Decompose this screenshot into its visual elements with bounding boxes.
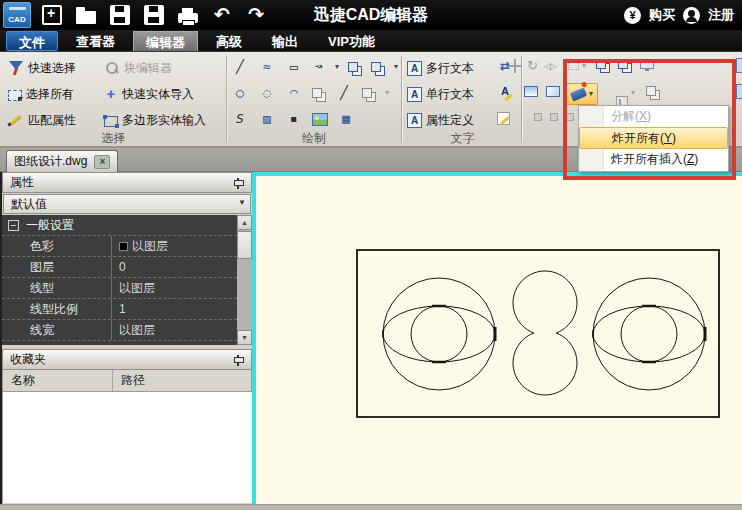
quick-entity-import-button[interactable]: + 快速实体导入 bbox=[104, 83, 194, 105]
favorites-columns: 名称 路径 bbox=[2, 370, 252, 392]
insert-block-icon[interactable] bbox=[348, 62, 358, 72]
buy-button[interactable]: 购买 bbox=[649, 6, 675, 24]
image-icon[interactable] bbox=[312, 113, 328, 126]
menubar: 文件 查看器 编辑器 高级 输出 VIP功能 bbox=[0, 30, 742, 52]
scroll-up-icon[interactable]: ▲ bbox=[237, 215, 252, 230]
side-panel: 属性 默认值 ▼ −一般设置 色彩 以图层 图层 0 线型 以图层 bbox=[0, 172, 252, 510]
preset-combo[interactable]: 默认值 ▼ bbox=[3, 194, 251, 214]
drawing-canvas[interactable] bbox=[252, 172, 742, 504]
wipeout-icon[interactable] bbox=[524, 86, 538, 97]
peanut-shape bbox=[513, 271, 577, 395]
properties-header: 属性 bbox=[2, 172, 252, 193]
property-row-layer[interactable]: 图层 0 bbox=[2, 257, 237, 278]
multiline-text-button[interactable]: A 多行文本 bbox=[407, 57, 474, 79]
pin-icon[interactable] bbox=[233, 178, 243, 190]
polyline-icon[interactable]: ↝ bbox=[312, 58, 326, 76]
menu-file[interactable]: 文件 bbox=[6, 31, 58, 51]
region-caret-icon[interactable]: ▾ bbox=[394, 62, 398, 72]
menu-item-explode-all-inserts[interactable]: 炸开所有插入(Z) bbox=[579, 149, 728, 170]
favorites-list[interactable] bbox=[2, 392, 252, 503]
menu-viewer[interactable]: 查看器 bbox=[64, 31, 127, 51]
paste-icon[interactable] bbox=[618, 59, 628, 69]
revision-cloud-icon[interactable] bbox=[546, 86, 560, 97]
polyline-caret-icon[interactable]: ▾ bbox=[335, 62, 339, 72]
polygon-entity-input-button[interactable]: 多边形实体输入 bbox=[104, 109, 206, 131]
menu-advanced[interactable]: 高级 bbox=[204, 31, 254, 51]
explode-dropdown-menu: 分解(X) 炸开所有(Y) 炸开所有插入(Z) bbox=[578, 105, 729, 172]
singleline-text-button[interactable]: A 单行文本 bbox=[407, 83, 474, 105]
match-properties-icon bbox=[8, 112, 24, 128]
match-properties-button[interactable]: 匹配属性 bbox=[8, 109, 76, 131]
point-icon[interactable]: ▪ bbox=[285, 110, 303, 128]
save-pdf-icon[interactable]: PDF bbox=[144, 5, 164, 25]
spline-icon[interactable]: S bbox=[231, 110, 249, 128]
property-row-linetype-scale[interactable]: 线型比例 1 bbox=[2, 299, 237, 320]
menu-vip[interactable]: VIP功能 bbox=[316, 31, 387, 51]
select-all-icon bbox=[8, 90, 22, 101]
save-icon[interactable] bbox=[110, 5, 130, 25]
favorites-header: 收藏夹 bbox=[2, 349, 252, 370]
table-icon[interactable]: ▦ bbox=[337, 110, 355, 128]
array-caret-icon: ▾ bbox=[582, 61, 586, 71]
cad-editor-window: CAD PDF ↶ ↷ 迅捷CAD编辑器 ¥ 购买 注册 文件 查看器 编辑器 … bbox=[0, 0, 742, 510]
combo-caret-icon: ▼ bbox=[238, 198, 246, 207]
explode-button[interactable]: ▾ bbox=[566, 83, 598, 105]
scroll-down-icon[interactable]: ▼ bbox=[237, 330, 252, 345]
menu-item-explode: 分解(X) bbox=[579, 106, 728, 127]
copy-object-icon[interactable] bbox=[312, 88, 322, 98]
undo-icon[interactable]: ↶ bbox=[212, 5, 232, 25]
quick-select-button[interactable]: 快速选择 bbox=[8, 57, 76, 79]
polygon-entity-input-icon bbox=[104, 116, 118, 127]
grip-option-icon bbox=[550, 113, 558, 121]
region-icon[interactable] bbox=[371, 62, 381, 72]
property-row-linetype[interactable]: 线型 以图层 bbox=[2, 278, 237, 299]
pin-icon[interactable] bbox=[233, 355, 243, 367]
layers-icon bbox=[362, 88, 372, 98]
multiline-text-icon: A bbox=[407, 61, 422, 76]
property-section-row[interactable]: −一般设置 bbox=[2, 215, 237, 236]
menu-editor[interactable]: 编辑器 bbox=[133, 31, 198, 51]
register-button[interactable]: 注册 bbox=[708, 6, 734, 24]
print-icon[interactable] bbox=[178, 13, 198, 23]
ribbon-divider bbox=[226, 56, 227, 142]
titlebar: CAD PDF ↶ ↷ 迅捷CAD编辑器 ¥ 购买 注册 bbox=[0, 0, 742, 30]
attribute-define-button[interactable]: A 属性定义 bbox=[407, 109, 474, 131]
squares-icon bbox=[646, 86, 656, 96]
hatch-icon[interactable]: ▨ bbox=[258, 110, 276, 128]
arc-icon[interactable]: ◠ bbox=[285, 84, 303, 102]
select-all-button[interactable]: 选择所有 bbox=[8, 83, 74, 105]
scroll-thumb[interactable] bbox=[237, 231, 252, 259]
copy-stack-icon[interactable] bbox=[596, 59, 606, 69]
layers-caret-icon: ▾ bbox=[385, 88, 389, 98]
collapse-icon[interactable]: − bbox=[8, 220, 19, 231]
document-tab[interactable]: 图纸设计.dwg × bbox=[6, 150, 118, 172]
column-path[interactable]: 路径 bbox=[113, 372, 145, 389]
rectangle-icon[interactable]: ▭ bbox=[285, 58, 303, 76]
cad-drawing bbox=[256, 176, 742, 504]
new-file-icon[interactable] bbox=[42, 5, 62, 25]
tab-close-icon[interactable]: × bbox=[94, 155, 110, 169]
block-editor-button: 块编辑器 bbox=[104, 57, 172, 79]
freehand-icon[interactable]: ≈ bbox=[258, 58, 276, 76]
scrollbar[interactable]: ▲ ▼ bbox=[237, 215, 252, 345]
menu-item-explode-all[interactable]: 炸开所有(Y) bbox=[579, 127, 728, 149]
clipped-toolbar-icon bbox=[736, 84, 742, 99]
ray-icon[interactable]: ╱ bbox=[335, 84, 353, 102]
donut-icon[interactable]: ◌ bbox=[258, 84, 276, 102]
yen-icon: ¥ bbox=[624, 7, 641, 24]
move-icon bbox=[508, 59, 522, 73]
ribbon-group-select: 快速选择 选择所有 匹配属性 块编辑器 + 快速实体导入 多边形实体输入 bbox=[4, 52, 223, 148]
monitor-icon[interactable] bbox=[640, 59, 654, 69]
redo-icon[interactable]: ↷ bbox=[246, 5, 266, 25]
column-name[interactable]: 名称 bbox=[3, 370, 113, 391]
property-row-color[interactable]: 色彩 以图层 bbox=[2, 236, 237, 257]
menu-output[interactable]: 输出 bbox=[260, 31, 310, 51]
line-icon[interactable]: ╱ bbox=[231, 58, 249, 76]
property-row-lineweight[interactable]: 线宽 以图层 bbox=[2, 320, 237, 341]
color-swatch bbox=[119, 242, 128, 251]
mirror-icon: ◁▷ bbox=[544, 58, 556, 74]
circle-icon[interactable]: ○ bbox=[231, 84, 249, 102]
open-file-icon[interactable] bbox=[76, 11, 96, 24]
user-icon bbox=[683, 7, 700, 24]
singleline-text-icon: A bbox=[407, 87, 422, 102]
